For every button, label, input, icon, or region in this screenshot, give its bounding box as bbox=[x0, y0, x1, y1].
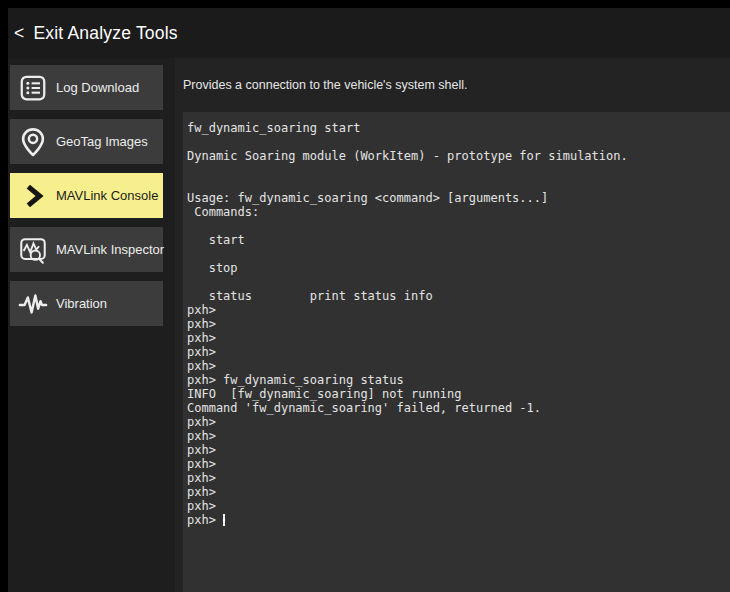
console-line: pxh> fw_dynamic_soaring status bbox=[187, 373, 724, 387]
sidebar-item-label: Log Download bbox=[56, 80, 139, 95]
sidebar-item-vibration[interactable]: Vibration bbox=[10, 281, 163, 326]
console-line: status print status info bbox=[187, 289, 724, 303]
sidebar-item-label: MAVLink Console bbox=[56, 188, 158, 203]
sidebar-item-label: MAVLink Inspector bbox=[56, 242, 164, 257]
sidebar-item-log-download[interactable]: Log Download bbox=[10, 65, 163, 110]
vibration-waveform-icon bbox=[18, 289, 48, 319]
sidebar-item-label: GeoTag Images bbox=[56, 134, 148, 149]
console-line: pxh> bbox=[187, 471, 724, 485]
window-left-strip bbox=[0, 0, 8, 592]
console-line: pxh> bbox=[187, 317, 724, 331]
console-line bbox=[187, 177, 724, 191]
console-line bbox=[187, 135, 724, 149]
console-line bbox=[187, 163, 724, 177]
page-title: Exit Analyze Tools bbox=[33, 23, 177, 44]
text-cursor bbox=[223, 514, 225, 526]
console-line: pxh> bbox=[187, 415, 724, 429]
analyze-tools-window: { "header": { "back_chevron": "<", "titl… bbox=[0, 0, 730, 592]
console-line: pxh> bbox=[187, 457, 724, 471]
console-line bbox=[187, 247, 724, 261]
console-line: Commands: bbox=[187, 205, 724, 219]
console-line: fw_dynamic_soaring start bbox=[187, 121, 724, 135]
console-line: pxh> bbox=[187, 443, 724, 457]
console-line: Dynamic Soaring module (WorkItem) - prot… bbox=[187, 149, 724, 163]
console-line: INFO [fw_dynamic_soaring] not running bbox=[187, 387, 724, 401]
sidebar-item-mavlink-console[interactable]: MAVLink Console bbox=[10, 173, 163, 218]
console-line: Command 'fw_dynamic_soaring' failed, ret… bbox=[187, 401, 724, 415]
chevron-right-icon bbox=[18, 181, 48, 211]
console-line bbox=[187, 219, 724, 233]
sidebar-item-label: Vibration bbox=[56, 296, 107, 311]
sidebar-item-geotag-images[interactable]: GeoTag Images bbox=[10, 119, 163, 164]
console-line: Usage: fw_dynamic_soaring <command> [arg… bbox=[187, 191, 724, 205]
waveform-magnifier-icon bbox=[18, 235, 48, 265]
console-line: pxh> bbox=[187, 485, 724, 499]
console-prompt-line: pxh> bbox=[187, 513, 724, 527]
sidebar-item-mavlink-inspector[interactable]: MAVLink Inspector bbox=[10, 227, 163, 272]
analyze-sidebar: Log Download GeoTag Images MAVLink Conso… bbox=[8, 58, 175, 592]
console-line: pxh> bbox=[187, 345, 724, 359]
window-top-strip bbox=[0, 0, 730, 8]
console-line: pxh> bbox=[187, 331, 724, 345]
console-line bbox=[187, 275, 724, 289]
list-icon bbox=[18, 73, 48, 103]
console-line: start bbox=[187, 233, 724, 247]
console-line: pxh> bbox=[187, 429, 724, 443]
map-pin-icon bbox=[18, 127, 48, 157]
mavlink-console-pane: Provides a connection to the vehicle's s… bbox=[175, 58, 730, 592]
console-line: stop bbox=[187, 261, 724, 275]
back-chevron-icon: < bbox=[14, 23, 24, 44]
console-line: pxh> bbox=[187, 359, 724, 373]
exit-analyze-tools-button[interactable]: < Exit Analyze Tools bbox=[8, 8, 730, 58]
console-prompt: pxh> bbox=[187, 513, 223, 527]
console-description: Provides a connection to the vehicle's s… bbox=[175, 58, 730, 112]
console-line: pxh> bbox=[187, 499, 724, 513]
console-line: pxh> bbox=[187, 303, 724, 317]
mavlink-console-output[interactable]: fw_dynamic_soaring start Dynamic Soaring… bbox=[183, 112, 730, 592]
